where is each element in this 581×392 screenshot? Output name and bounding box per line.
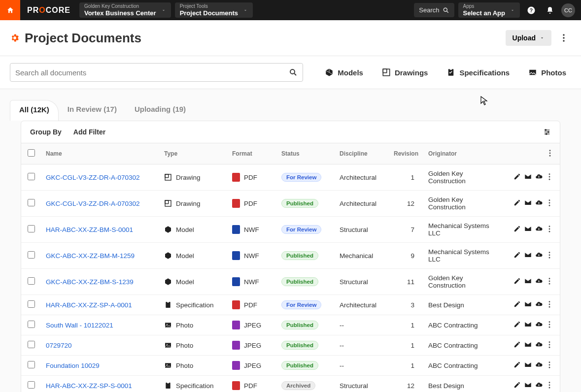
row-more-button[interactable]	[544, 226, 555, 232]
edit-button[interactable]	[512, 251, 522, 259]
col-discipline[interactable]: Discipline	[335, 143, 389, 164]
edit-button[interactable]	[512, 199, 522, 206]
email-button[interactable]	[522, 251, 533, 259]
download-button[interactable]	[533, 173, 544, 180]
download-button[interactable]	[533, 300, 544, 308]
download-button[interactable]	[533, 341, 544, 348]
document-link[interactable]: GKC-ABC-XX-ZZ-BM-M-1259	[46, 252, 135, 260]
document-link[interactable]: GKC-ABC-XX-ZZ-BM-S-1239	[46, 278, 134, 286]
quick-link-models[interactable]: Models	[325, 68, 363, 77]
pencil-icon	[513, 361, 521, 368]
tab-all[interactable]: All (12K)	[10, 100, 59, 121]
group-by-button[interactable]: Group By	[30, 128, 62, 136]
row-more-button[interactable]	[544, 301, 555, 308]
download-button[interactable]	[533, 381, 544, 389]
col-format[interactable]: Format	[227, 143, 276, 164]
row-more-button[interactable]	[544, 173, 555, 180]
quick-link-drawings[interactable]: Drawings	[382, 68, 428, 77]
home-button[interactable]	[0, 0, 20, 20]
kebab-icon[interactable]	[549, 150, 551, 157]
upload-button[interactable]: Upload	[506, 30, 551, 46]
row-more-button[interactable]	[544, 252, 555, 259]
row-more-button[interactable]	[544, 321, 555, 328]
chevron-down-icon	[243, 8, 248, 13]
tab-in-review[interactable]: In Review (17)	[59, 100, 126, 121]
edit-button[interactable]	[512, 277, 522, 285]
edit-button[interactable]	[512, 173, 522, 180]
document-link[interactable]: GKC-CGL-V3-ZZ-DR-A-070302	[46, 174, 140, 181]
documents-search[interactable]	[10, 63, 303, 82]
document-link[interactable]: 0729720	[46, 342, 72, 349]
row-more-button[interactable]	[544, 361, 555, 368]
email-button[interactable]	[522, 361, 533, 368]
download-button[interactable]	[533, 225, 544, 232]
tab-uploading[interactable]: Uploading (19)	[126, 100, 195, 121]
search-input[interactable]	[15, 68, 289, 77]
row-more-button[interactable]	[544, 382, 555, 389]
global-search[interactable]: Search	[414, 3, 454, 17]
document-link[interactable]: GKC-CGL-V3-ZZ-DR-A-070302	[46, 200, 140, 207]
quick-link-specifications[interactable]: Specifications	[446, 68, 510, 77]
edit-button[interactable]	[512, 321, 522, 328]
document-link[interactable]: Foundation 10029	[46, 362, 100, 369]
email-button[interactable]	[522, 277, 533, 285]
cloud-download-icon	[535, 251, 543, 259]
download-button[interactable]	[533, 251, 544, 259]
edit-button[interactable]	[512, 341, 522, 348]
user-avatar[interactable]: CC	[561, 3, 575, 17]
row-checkbox[interactable]	[28, 277, 35, 285]
photo-icon	[164, 321, 172, 329]
quick-link-photos[interactable]: Photos	[528, 68, 566, 77]
email-button[interactable]	[522, 321, 533, 328]
row-more-button[interactable]	[544, 341, 555, 348]
gear-icon[interactable]	[10, 33, 20, 43]
edit-button[interactable]	[512, 225, 522, 232]
email-button[interactable]	[522, 199, 533, 206]
tool-switcher[interactable]: Project Tools Project Documents	[175, 2, 253, 18]
apps-switcher[interactable]: Apps Select an App	[458, 2, 520, 18]
row-checkbox[interactable]	[28, 381, 35, 389]
page-title: Project Documents	[25, 31, 141, 46]
project-switcher[interactable]: Golden Key Construction Vortex Business …	[79, 2, 171, 18]
document-link[interactable]: HAR-ABC-XX-ZZ-BM-S-0001	[46, 226, 133, 233]
row-checkbox[interactable]	[28, 341, 35, 348]
email-button[interactable]	[522, 173, 533, 180]
page-more-button[interactable]	[556, 34, 571, 42]
col-originator[interactable]: Originator	[423, 143, 502, 164]
select-all-checkbox[interactable]	[28, 149, 35, 157]
edit-button[interactable]	[512, 361, 522, 368]
column-settings-button[interactable]	[543, 128, 551, 136]
edit-button[interactable]	[512, 381, 522, 389]
row-checkbox[interactable]	[28, 225, 35, 232]
download-button[interactable]	[533, 199, 544, 206]
table-row: South Wall - 10122021PhotoJPEGPublished-…	[21, 315, 560, 335]
download-button[interactable]	[533, 361, 544, 368]
email-button[interactable]	[522, 381, 533, 389]
document-link[interactable]: HAR-ABC-XX-ZZ-SP-A-0001	[46, 301, 132, 309]
email-button[interactable]	[522, 225, 533, 232]
row-checkbox[interactable]	[28, 251, 35, 259]
col-status[interactable]: Status	[276, 143, 335, 164]
format-label: JPEG	[244, 322, 261, 329]
row-checkbox[interactable]	[28, 173, 35, 180]
document-link[interactable]: South Wall - 10122021	[46, 322, 113, 329]
row-more-button[interactable]	[544, 278, 555, 285]
add-filter-button[interactable]: Add Filter	[73, 128, 105, 136]
col-name[interactable]: Name	[41, 143, 159, 164]
row-checkbox[interactable]	[28, 199, 35, 206]
edit-button[interactable]	[512, 300, 522, 308]
document-link[interactable]: HAR-ABC-XX-ZZ-SP-S-0001	[46, 382, 132, 390]
help-button[interactable]: ?	[522, 0, 541, 20]
notifications-button[interactable]	[541, 0, 559, 20]
pencil-icon	[513, 341, 521, 348]
col-revision[interactable]: Revision	[389, 143, 423, 164]
email-button[interactable]	[522, 300, 533, 308]
download-button[interactable]	[533, 277, 544, 285]
row-checkbox[interactable]	[28, 361, 35, 368]
col-type[interactable]: Type	[159, 143, 227, 164]
email-button[interactable]	[522, 341, 533, 348]
download-button[interactable]	[533, 321, 544, 328]
row-more-button[interactable]	[544, 199, 555, 206]
row-checkbox[interactable]	[28, 300, 35, 308]
row-checkbox[interactable]	[28, 321, 35, 328]
